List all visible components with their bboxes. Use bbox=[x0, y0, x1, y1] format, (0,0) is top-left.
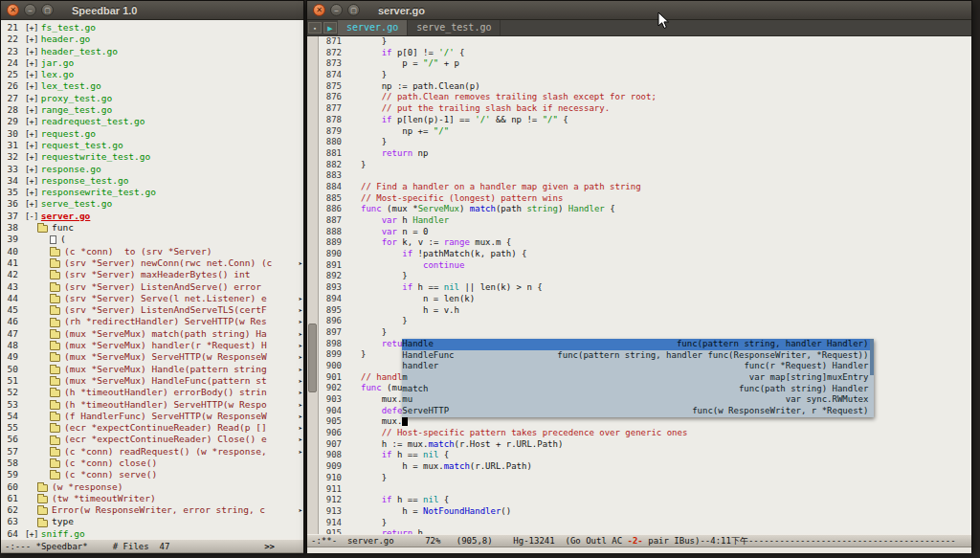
tag-label[interactable]: (srv *Server) Serve(l net.Listener) e bbox=[64, 293, 267, 304]
file-name[interactable]: requestwrite_test.go bbox=[41, 151, 150, 163]
speedbar-row[interactable]: 55(ecr *expectContinueReader) Read(p []➤ bbox=[1, 422, 303, 434]
code-text[interactable]: // put the trailing slash back if necess… bbox=[361, 103, 610, 113]
code-text[interactable]: } bbox=[361, 518, 387, 527]
speedbar-row[interactable]: 26[+]lex_test.go bbox=[1, 80, 303, 92]
code-text[interactable]: h := mux.match(r.Host + r.URL.Path) bbox=[361, 439, 563, 449]
speedbar-row[interactable]: 60(w *response) bbox=[1, 481, 303, 493]
tag-label[interactable]: (c *conn) close() bbox=[64, 458, 157, 469]
file-name[interactable]: lex_test.go bbox=[41, 80, 101, 92]
code-text[interactable]: var h Handler bbox=[361, 215, 449, 225]
code-text[interactable]: } bbox=[361, 137, 387, 146]
expander-toggle[interactable]: [+] bbox=[25, 46, 38, 57]
speedbar-page-forward-button[interactable]: >> bbox=[264, 542, 275, 551]
code-text[interactable]: } bbox=[361, 316, 408, 325]
expander-toggle[interactable]: [+] bbox=[25, 164, 38, 175]
file-name[interactable]: header.go bbox=[41, 33, 90, 45]
speedbar-row[interactable]: 30[+]request.go bbox=[1, 128, 303, 140]
speedbar-row[interactable]: 63type bbox=[1, 516, 303, 527]
popup-item[interactable]: matchfunc(path string) Handler bbox=[402, 384, 874, 395]
speedbar-row[interactable]: 44(srv *Server) Serve(l net.Listener) e➤ bbox=[1, 293, 303, 304]
speedbar-list[interactable]: 21[+]fs_test.go22[+]header.go23[+]header… bbox=[1, 20, 303, 539]
code-text[interactable]: mux. bbox=[361, 416, 408, 426]
code-text[interactable]: // Host-specific pattern takes precedenc… bbox=[361, 428, 687, 437]
tag-label[interactable]: (c *conn) to (srv *Server) bbox=[64, 246, 212, 257]
speedbar-row[interactable]: 53(h *timeoutHandler) ServeHTTP(w Respo➤ bbox=[1, 399, 303, 411]
file-name[interactable]: readrequest_test.go bbox=[41, 116, 145, 127]
speedbar-row[interactable]: 42(srv *Server) maxHeaderBytes() int bbox=[1, 269, 303, 280]
speedbar-row[interactable]: 61(tw *timeoutWriter) bbox=[1, 493, 303, 504]
close-icon[interactable]: ✕ bbox=[313, 4, 325, 16]
tab-serve-test-go[interactable]: serve_test.go bbox=[408, 20, 501, 35]
code-text[interactable]: return np bbox=[361, 148, 428, 158]
speedbar-row[interactable]: 22[+]header.go bbox=[1, 33, 303, 45]
speedbar-row[interactable]: 29[+]readrequest_test.go bbox=[1, 116, 303, 127]
code-text[interactable]: h = mux.match(r.URL.Path) bbox=[361, 461, 532, 471]
code-area[interactable]: 871 }872 if p[0] != '/' {873 p = "/" + p… bbox=[319, 36, 971, 534]
tag-label[interactable]: (srv *Server) newConn(rwc net.Conn) (c bbox=[64, 257, 272, 269]
speedbar-row[interactable]: 23[+]header_test.go bbox=[1, 46, 303, 57]
vertical-scrollbar[interactable] bbox=[307, 36, 319, 534]
speedbar-row[interactable]: 21[+]fs_test.go bbox=[1, 22, 303, 33]
code-text[interactable]: // Find a handler on a handler map given… bbox=[361, 182, 641, 191]
speedbar-row[interactable]: 50(mux *ServeMux) Handle(pattern string➤ bbox=[1, 364, 303, 375]
tag-label[interactable]: (mux *ServeMux) handler(r *Request) H bbox=[64, 340, 267, 351]
popup-item[interactable]: muvar sync.RWMutex bbox=[402, 394, 874, 406]
speedbar-row[interactable]: 35[+]responsewrite_test.go bbox=[1, 187, 303, 198]
code-text[interactable]: // Most-specific (longest) pattern wins bbox=[361, 193, 563, 203]
tag-label[interactable]: (c *conn) readRequest() (w *response, bbox=[64, 446, 267, 458]
code-text[interactable]: continue bbox=[361, 260, 464, 270]
speedbar-row[interactable]: 28[+]range_test.go bbox=[1, 104, 303, 116]
speedbar-row[interactable]: 51(mux *ServeMux) HandleFunc(pattern st➤ bbox=[1, 375, 303, 387]
expander-toggle[interactable]: [+] bbox=[25, 104, 38, 116]
speedbar-row[interactable]: 64[+]sniff.go bbox=[1, 528, 303, 539]
expander-toggle[interactable]: [+] bbox=[25, 187, 38, 198]
tag-label[interactable]: (h *timeoutHandler) ServeHTTP(w Respo bbox=[64, 399, 267, 411]
file-name[interactable]: sniff.go bbox=[41, 528, 85, 539]
speedbar-row[interactable]: 34[+]response_test.go bbox=[1, 175, 303, 187]
code-text[interactable]: if h == nil || len(k) > n { bbox=[361, 282, 543, 292]
speedbar-row[interactable]: 40(c *conn) to (srv *Server) bbox=[1, 246, 303, 257]
tag-label[interactable]: (ecr *expectContinueReader) Close() e bbox=[64, 434, 267, 445]
file-name[interactable]: response.go bbox=[41, 164, 101, 175]
speedbar-row[interactable]: 27[+]proxy_test.go bbox=[1, 93, 303, 104]
tag-label[interactable]: (mux *ServeMux) HandleFunc(pattern st bbox=[64, 375, 267, 387]
code-text[interactable]: } bbox=[361, 473, 387, 482]
speedbar-titlebar[interactable]: ✕ – ▢ Speedbar 1.0 bbox=[1, 1, 303, 20]
speedbar-row[interactable]: 58(c *conn) close() bbox=[1, 458, 303, 469]
tab-forward-icon[interactable]: ▶ bbox=[323, 22, 337, 33]
tag-label[interactable]: type bbox=[52, 516, 74, 527]
speedbar-row[interactable]: 47(mux *ServeMux) match(path string) Ha➤ bbox=[1, 328, 303, 340]
expander-toggle[interactable]: [-] bbox=[25, 211, 38, 222]
expander-toggle[interactable]: [+] bbox=[25, 22, 38, 33]
speedbar-row[interactable]: 46(rh *redirectHandler) ServeHTTP(w Res➤ bbox=[1, 316, 303, 327]
editor-titlebar[interactable]: ✕ – ▢ server.go bbox=[307, 1, 971, 20]
code-text[interactable]: if h == nil { bbox=[361, 495, 449, 504]
expander-toggle[interactable]: [+] bbox=[25, 528, 38, 539]
tag-label[interactable]: (mux *ServeMux) match(path string) Ha bbox=[64, 328, 267, 340]
speedbar-row[interactable]: 43(srv *Server) ListenAndServe() error bbox=[1, 281, 303, 293]
maximize-icon[interactable]: ▢ bbox=[41, 4, 54, 16]
file-name[interactable]: server.go bbox=[41, 211, 90, 222]
code-text[interactable]: // path.Clean removes trailing slash exc… bbox=[361, 92, 657, 101]
tag-label[interactable]: (c *conn) serve() bbox=[64, 469, 157, 480]
close-icon[interactable]: ✕ bbox=[7, 4, 19, 16]
speedbar-row[interactable]: 56(ecr *expectContinueReader) Close() e➤ bbox=[1, 434, 303, 445]
expander-toggle[interactable]: [+] bbox=[25, 175, 38, 187]
speedbar-row[interactable]: 32[+]requestwrite_test.go bbox=[1, 151, 303, 163]
tag-label[interactable]: (f HandlerFunc) ServeHTTP(w ResponseW bbox=[64, 411, 267, 422]
code-text[interactable]: for k, v := range mux.m { bbox=[361, 237, 511, 247]
tag-label[interactable]: (tw *timeoutWriter) bbox=[52, 493, 156, 504]
speedbar-row[interactable]: 57(c *conn) readRequest() (w *response,➤ bbox=[1, 446, 303, 458]
minimize-icon[interactable]: – bbox=[24, 4, 36, 16]
speedbar-row[interactable]: 45(srv *Server) ListenAndServeTLS(certF➤ bbox=[1, 304, 303, 316]
speedbar-row[interactable]: 49(mux *ServeMux) ServeHTTP(w ResponseW➤ bbox=[1, 351, 303, 363]
tag-label[interactable]: (h *timeoutHandler) errorBody() strin bbox=[64, 387, 267, 398]
file-name[interactable]: request_test.go bbox=[41, 140, 123, 151]
expander-toggle[interactable]: [+] bbox=[25, 69, 38, 80]
file-name[interactable]: fs_test.go bbox=[41, 22, 96, 33]
popup-item[interactable]: HandleFuncfunc(pattern string, handler f… bbox=[402, 350, 874, 362]
expander-toggle[interactable]: [+] bbox=[25, 57, 38, 69]
tab-home-icon[interactable]: ▪ bbox=[308, 22, 322, 33]
expander-toggle[interactable]: [+] bbox=[25, 140, 38, 151]
popup-item[interactable]: ServeHTTPfunc(w ResponseWriter, r *Reque… bbox=[402, 406, 874, 417]
